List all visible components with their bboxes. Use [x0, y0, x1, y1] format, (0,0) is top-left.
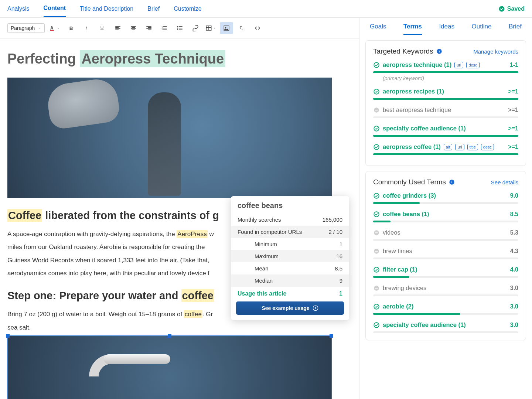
keyword-target: 4.3: [510, 248, 518, 255]
image-button[interactable]: [220, 22, 233, 34]
keyword-target: >=1: [508, 144, 518, 150]
table-button[interactable]: [204, 22, 218, 34]
commonly-used-terms-card: Commonly Used Terms i See details coffee…: [365, 171, 526, 340]
keyword-row[interactable]: brewing devices 3.0: [373, 284, 518, 296]
side-tab-outline[interactable]: Outline: [472, 23, 492, 35]
card-title: Targeted Keywords i: [373, 47, 442, 55]
bold-button[interactable]: B: [65, 22, 78, 34]
tab-content[interactable]: Content: [44, 0, 66, 17]
svg-rect-24: [375, 110, 378, 110]
hero-image[interactable]: [7, 78, 332, 198]
neutral-icon: [373, 107, 380, 113]
align-right-button[interactable]: [142, 22, 156, 34]
manage-keywords-link[interactable]: Manage keywords: [473, 48, 518, 55]
keyword-row[interactable]: aeropress coffee (1) alt url title desc …: [373, 143, 518, 155]
link-button[interactable]: [189, 22, 202, 34]
side-panel: Goals Terms Ideas Outline Brief Targeted…: [359, 18, 532, 399]
keyword-row[interactable]: aerobie (2) 3.0: [373, 303, 518, 315]
tab-customize[interactable]: Customize: [174, 1, 202, 17]
keyword-progress: [373, 135, 518, 137]
ordered-list-button[interactable]: 123: [158, 22, 171, 34]
clear-format-button[interactable]: Tx: [235, 22, 249, 34]
popup-stat-row: Mean8.5: [231, 262, 349, 274]
chevron-down-icon: [37, 26, 41, 30]
popup-stat-row: Minimum1: [231, 238, 349, 250]
block-type-select[interactable]: Paragraph: [7, 23, 45, 33]
check-icon: [373, 88, 380, 95]
side-tab-goals[interactable]: Goals: [370, 23, 386, 35]
align-left-button[interactable]: [111, 22, 125, 34]
svg-rect-37: [375, 288, 378, 289]
keyword-name: coffee beans (1): [383, 211, 429, 218]
keyword-progress: [373, 331, 518, 333]
info-icon[interactable]: i: [436, 48, 442, 54]
italic-button[interactable]: I: [80, 22, 93, 34]
keyword-row[interactable]: best aeropress technique >=1: [373, 106, 518, 118]
keyword-name: specialty coffee audience (1): [383, 321, 466, 328]
svg-text:U: U: [100, 25, 104, 30]
keyword-row[interactable]: specialty coffee audience (1) 3.0: [373, 321, 518, 333]
font-color-button[interactable]: A: [47, 22, 62, 34]
check-icon: [373, 192, 380, 199]
keyword-row[interactable]: coffee beans (1) 8.5: [373, 211, 518, 222]
side-tab-ideas[interactable]: Ideas: [439, 23, 454, 35]
keyword-target: >=1: [508, 107, 518, 113]
check-icon: [373, 62, 380, 68]
keyword-progress: [373, 116, 518, 118]
chevron-down-icon: [57, 26, 60, 30]
keyword-row[interactable]: coffee grinders (3) 9.0: [373, 192, 518, 204]
popup-stat-row: Median9: [231, 274, 349, 287]
side-tab-terms[interactable]: Terms: [403, 23, 422, 35]
keyword-row[interactable]: specialty coffee audience (1) >=1: [373, 125, 518, 137]
keyword-name: brew times: [383, 248, 412, 255]
svg-text:i: i: [451, 180, 453, 184]
see-example-usage-button[interactable]: See example usage: [236, 301, 344, 315]
underline-button[interactable]: U: [96, 22, 109, 34]
keyword-name: coffee grinders (3): [383, 192, 436, 199]
check-icon: [373, 144, 380, 150]
keyword-row[interactable]: aeropress recipes (1) >=1: [373, 88, 518, 100]
keyword-name: aeropress technique (1): [383, 61, 451, 68]
popup-stat-row: Found in competitor URLs2 / 10: [231, 226, 349, 238]
keyword-badge: alt: [444, 144, 453, 150]
keyword-target: 9.0: [510, 192, 518, 199]
keyword-row[interactable]: brew times 4.3: [373, 248, 518, 259]
neutral-icon: [373, 285, 380, 291]
tab-brief[interactable]: Brief: [147, 1, 160, 17]
align-center-button[interactable]: [127, 22, 140, 34]
svg-text:3: 3: [162, 28, 163, 30]
see-details-link[interactable]: See details: [491, 179, 518, 185]
tab-analysis[interactable]: Analysis: [7, 1, 30, 17]
check-icon: [373, 211, 380, 218]
neutral-icon: [373, 248, 380, 255]
unordered-list-button[interactable]: [173, 22, 187, 34]
arrow-right-circle-icon: [313, 305, 318, 311]
keyword-target: >=1: [508, 125, 518, 132]
svg-point-15: [225, 27, 226, 28]
keyword-progress: [373, 153, 518, 155]
keyword-progress: [373, 276, 518, 278]
info-icon[interactable]: i: [449, 179, 455, 185]
check-icon: [373, 266, 380, 273]
keyword-name: aeropress recipes (1): [383, 88, 444, 95]
secondary-image-selected[interactable]: [7, 335, 332, 399]
svg-rect-34: [375, 251, 378, 252]
code-button[interactable]: [251, 22, 264, 34]
popup-stat-row: Maximum16: [231, 250, 349, 262]
svg-text:B: B: [69, 25, 73, 31]
keyword-name: filter cap (1): [383, 266, 417, 273]
targeted-keywords-card: Targeted Keywords i Manage keywords aero…: [365, 40, 526, 166]
keyword-row[interactable]: filter cap (1) 4.0: [373, 266, 518, 278]
svg-point-9: [177, 28, 178, 29]
keyword-row[interactable]: videos 5.3: [373, 229, 518, 241]
keyword-row[interactable]: aeropress technique (1) url desc 1-1 (pr…: [373, 61, 518, 81]
keyword-target: 3.0: [510, 322, 518, 328]
popup-title: coffee beans: [231, 201, 349, 214]
tab-title-description[interactable]: Title and Description: [80, 1, 133, 17]
neutral-icon: [373, 229, 380, 236]
check-icon: [373, 303, 380, 310]
keyword-target: 3.0: [510, 303, 518, 310]
keyword-target: 3.0: [510, 285, 518, 291]
keyword-progress: [373, 202, 518, 204]
side-tab-brief[interactable]: Brief: [509, 23, 522, 35]
